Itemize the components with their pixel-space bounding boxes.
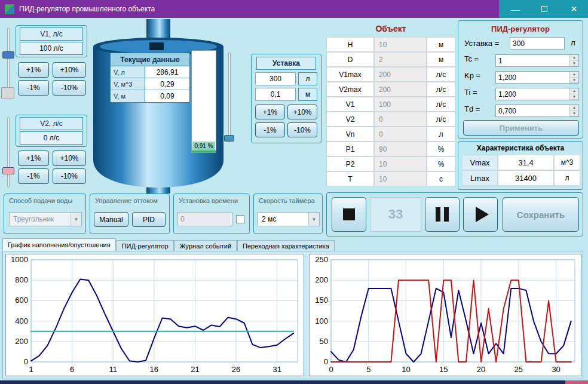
table-row: V1100л/с [326, 97, 455, 112]
v1-slider-thumb[interactable] [2, 51, 14, 59]
manual-button[interactable]: Manual [94, 212, 128, 227]
svg-text:1: 1 [29, 365, 33, 374]
tab-pid[interactable]: ПИД-регулятор [117, 240, 174, 251]
spin-down-icon[interactable]: ▼ [570, 94, 578, 100]
param-spinbox[interactable]: ▲▼ [495, 88, 579, 100]
svg-text:10: 10 [402, 365, 410, 374]
chevron-down-icon[interactable]: ▼ [71, 213, 81, 226]
spin-down-icon[interactable]: ▼ [570, 78, 578, 84]
pause-button[interactable] [425, 197, 460, 232]
setpoint-slider-thumb[interactable] [224, 135, 234, 142]
svg-text:0: 0 [324, 357, 328, 366]
supply-method-select[interactable]: Треугольник ▼ [9, 212, 82, 226]
spin-up-icon[interactable]: ▲ [570, 55, 578, 61]
stop-button[interactable] [332, 197, 366, 232]
tab-fill-chart[interactable]: График наполнения/опустошения [2, 238, 116, 251]
v2-plus10-button[interactable]: +10% [53, 150, 86, 166]
v2-slider-thumb[interactable] [2, 167, 14, 174]
svg-text:31: 31 [272, 365, 281, 374]
flows-chart-panel: 051015202530050100150200250 [309, 254, 581, 376]
setpoint-group: Уставка 300 л 0,1 м +1% +10% -1% -10% [251, 54, 321, 143]
svg-text:15: 15 [439, 365, 448, 374]
param-label: Td = [464, 105, 480, 113]
table-row: T10с [326, 171, 455, 186]
char-name: Vmax [462, 155, 498, 170]
v2-minus10-button[interactable]: -10% [53, 168, 86, 184]
table-row: P210% [326, 156, 455, 171]
v2-value: 0 л/с [20, 131, 83, 145]
time-input[interactable] [177, 212, 232, 226]
table-row: V1max200л/с [326, 67, 455, 82]
param-input[interactable] [496, 105, 569, 116]
pid-title: ПИД-регулятор [458, 21, 583, 33]
param-input[interactable] [496, 72, 569, 83]
param-label: Tc = [464, 54, 479, 63]
pid-setpoint-input[interactable] [510, 37, 565, 50]
tab-step-response[interactable]: Переходная характеристика [237, 240, 335, 251]
setpoint-slider[interactable] [228, 53, 231, 142]
spin-up-icon[interactable]: ▲ [570, 88, 578, 94]
maximize-button[interactable] [531, 0, 558, 18]
char-value: 31,4 [498, 155, 554, 170]
title-bar: ПИД-регулятор промышленного объекта — × [0, 0, 588, 18]
v2-plus1-button[interactable]: +1% [18, 150, 49, 166]
v1-plus1-button[interactable]: +1% [18, 62, 49, 78]
table-row: P190% [326, 142, 455, 156]
param-unit: л/с [427, 67, 455, 82]
svg-text:26: 26 [232, 365, 240, 374]
param-spinbox[interactable]: ▲▼ [495, 54, 579, 67]
table-row: V, м^3 0,29 [111, 78, 189, 90]
param-label: Ti = [464, 88, 477, 97]
param-spinbox[interactable]: ▲▼ [495, 105, 579, 117]
setpoint-minus10-button[interactable]: -10% [287, 122, 317, 137]
param-input[interactable] [496, 55, 569, 66]
spin-up-icon[interactable]: ▲ [570, 72, 578, 78]
v2-group: V2, л/с 0 л/с [16, 115, 87, 147]
timer-counter: 33 [370, 197, 421, 232]
tab-event-log[interactable]: Журнал событий [174, 240, 237, 251]
pause-icon [436, 207, 449, 222]
param-name: V2 [326, 112, 374, 127]
param-spinbox[interactable]: ▲▼ [495, 71, 579, 84]
current-data-table: Текущие данные V, л 286,91 V, м^3 0,29 V… [110, 53, 190, 103]
param-input[interactable] [496, 88, 569, 100]
row-name: V, л [111, 66, 145, 78]
timer-speed-select[interactable]: 2 мс ▼ [258, 212, 320, 226]
app-window: ПИД-регулятор промышленного объекта — × … [0, 0, 588, 384]
spin-down-icon[interactable]: ▼ [570, 111, 578, 117]
char-value: 31400 [498, 170, 554, 186]
apply-button[interactable]: Применить [463, 120, 579, 136]
svg-text:400: 400 [15, 317, 28, 325]
spin-down-icon[interactable]: ▼ [570, 61, 578, 67]
setpoint-minus1-button[interactable]: -1% [255, 122, 285, 137]
v2-minus1-button[interactable]: -1% [18, 168, 49, 184]
setpoint-plus10-button[interactable]: +10% [287, 105, 317, 119]
v1-minus1-button[interactable]: -1% [18, 80, 49, 96]
time-checkbox[interactable] [236, 215, 244, 223]
v1-slider-base[interactable] [1, 87, 14, 99]
play-button[interactable] [463, 197, 498, 232]
minimize-button[interactable]: — [502, 0, 529, 18]
v1-value: 100 л/с [20, 42, 83, 55]
spin-up-icon[interactable]: ▲ [570, 105, 578, 111]
char-unit: м^3 [554, 155, 580, 170]
param-unit: м [427, 37, 455, 52]
v2-slider[interactable] [7, 117, 10, 188]
v1-minus10-button[interactable]: -10% [53, 80, 86, 96]
param-unit: л [427, 127, 455, 142]
chevron-down-icon[interactable]: ▼ [308, 213, 319, 226]
pid-mode-button[interactable]: PID [132, 212, 166, 227]
v2-label: V2, л/с [20, 117, 83, 130]
svg-text:20: 20 [477, 365, 485, 374]
app-icon [5, 4, 14, 14]
v1-plus10-button[interactable]: +10% [53, 62, 86, 78]
param-name: P2 [326, 156, 374, 171]
setpoint-volume-value: 300 [255, 72, 296, 85]
setpoint-plus1-button[interactable]: +1% [255, 105, 285, 119]
param-value: 100 [374, 97, 427, 112]
close-icon: × [571, 3, 577, 16]
param-value: 90 [374, 142, 427, 156]
close-button[interactable]: × [560, 0, 588, 18]
param-unit: с [427, 171, 455, 186]
save-button[interactable]: Сохранить [503, 197, 579, 232]
